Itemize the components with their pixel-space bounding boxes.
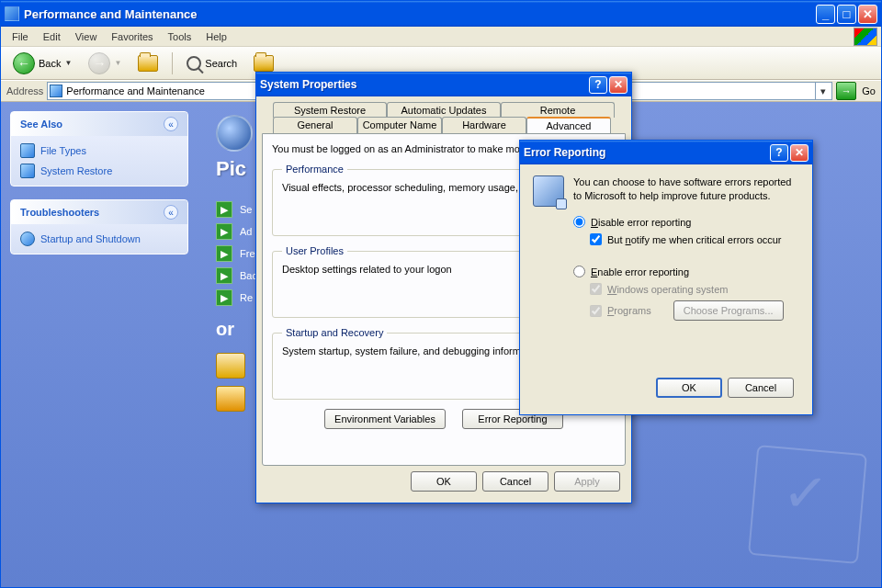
close-button[interactable]: ✕ xyxy=(609,76,628,94)
radio-disable-label: isable error reporting xyxy=(598,217,692,228)
link-startup-shutdown[interactable]: Startup and Shutdown xyxy=(20,232,178,246)
sysprops-titlebar[interactable]: System Properties ? ✕ xyxy=(256,73,631,96)
ok-button[interactable]: OK xyxy=(411,471,477,492)
back-label: Back xyxy=(39,58,61,69)
back-icon: ← xyxy=(13,52,35,74)
window-title: Performance and Maintenance xyxy=(24,7,814,21)
errrep-titlebar[interactable]: Error Reporting ? ✕ xyxy=(520,141,812,164)
ok-button[interactable]: OK xyxy=(656,378,722,398)
errrep-title: Error Reporting xyxy=(524,146,768,159)
maximize-button[interactable]: □ xyxy=(837,5,856,24)
errrep-body: You can choose to have software errors r… xyxy=(520,164,812,414)
arrow-icon: ▶ xyxy=(216,223,232,240)
menu-view[interactable]: View xyxy=(68,29,105,44)
menu-tools[interactable]: Tools xyxy=(161,29,199,44)
minimize-button[interactable]: _ xyxy=(816,5,835,24)
radio-enable-input[interactable] xyxy=(573,266,585,277)
radio-disable-input[interactable] xyxy=(573,216,585,228)
radio-disable[interactable]: Disable error reporting xyxy=(573,216,799,228)
check-notify-input[interactable] xyxy=(590,233,602,245)
go-button[interactable]: → xyxy=(836,82,856,100)
search-label: Search xyxy=(205,58,237,69)
check-windows-os: Windows operating system xyxy=(573,283,799,295)
task-label: Se xyxy=(240,204,252,215)
tab-computer-name[interactable]: Computer Name xyxy=(357,117,442,133)
check-programs: Programs Choose Programs... xyxy=(573,300,799,321)
errrep-desc: You can choose to have software errors r… xyxy=(573,175,799,207)
sidebar: See Also « File Types System Restore Tro… xyxy=(1,102,198,587)
link-system-restore[interactable]: System Restore xyxy=(20,164,178,178)
panel-troubleshooters-title: Troubleshooters xyxy=(20,207,99,218)
errrep-buttons: OK Cancel xyxy=(533,372,799,403)
search-button[interactable]: Search xyxy=(180,52,243,74)
cpl-icon[interactable] xyxy=(216,386,245,412)
menu-edit[interactable]: Edit xyxy=(36,29,68,44)
help-button[interactable]: ? xyxy=(589,76,607,94)
legend-startup: Startup and Recovery xyxy=(282,327,387,338)
app-icon xyxy=(5,6,19,21)
back-drop-icon[interactable]: ▼ xyxy=(64,59,72,67)
legend-performance: Performance xyxy=(282,164,347,175)
tab-hardware[interactable]: Hardware xyxy=(442,117,526,133)
tab-system-restore[interactable]: System Restore xyxy=(273,102,387,118)
link-label: System Restore xyxy=(40,165,112,176)
cancel-button[interactable]: Cancel xyxy=(728,378,794,398)
tab-automatic-updates[interactable]: Automatic Updates xyxy=(387,102,501,118)
category-icon xyxy=(216,115,253,152)
sysprops-title: System Properties xyxy=(260,78,587,91)
file-types-icon xyxy=(20,143,35,158)
help-button[interactable]: ? xyxy=(770,144,788,162)
legend-profiles: User Profiles xyxy=(282,245,347,256)
menu-file[interactable]: File xyxy=(5,29,36,44)
collapse-icon[interactable]: « xyxy=(164,205,178,220)
arrow-icon: ▶ xyxy=(216,267,232,284)
check-windows-os-input xyxy=(590,283,602,295)
panel-seealso-header[interactable]: See Also « xyxy=(11,112,187,136)
panel-seealso: See Also « File Types System Restore xyxy=(10,111,188,187)
panel-troubleshooters: Troubleshooters « Startup and Shutdown xyxy=(10,199,188,254)
arrow-icon: ▶ xyxy=(216,245,232,262)
task-label: Re xyxy=(240,292,253,303)
cancel-button[interactable]: Cancel xyxy=(482,471,548,492)
close-button[interactable]: ✕ xyxy=(858,5,877,24)
folders-icon xyxy=(254,55,274,72)
decor-checkmark-icon xyxy=(748,445,867,564)
address-dropdown-icon[interactable]: ▾ xyxy=(815,83,830,99)
address-label: Address xyxy=(6,85,43,96)
help-icon xyxy=(20,232,35,246)
menu-favorites[interactable]: Favorites xyxy=(104,29,160,44)
panel-seealso-title: See Also xyxy=(20,119,62,130)
close-button[interactable]: ✕ xyxy=(790,144,808,162)
choose-programs-button: Choose Programs... xyxy=(673,300,784,321)
task-label: Ad xyxy=(240,226,252,237)
collapse-icon[interactable]: « xyxy=(164,117,178,131)
up-folder-icon xyxy=(138,55,158,72)
env-vars-button[interactable]: Environment Variables xyxy=(324,409,446,429)
menu-help[interactable]: Help xyxy=(198,29,234,44)
link-label: Startup and Shutdown xyxy=(40,233,141,244)
panel-troubleshooters-header[interactable]: Troubleshooters « xyxy=(11,200,187,224)
error-reporting-dialog: Error Reporting ? ✕ You can choose to ha… xyxy=(519,140,813,415)
apply-button: Apply xyxy=(554,471,620,492)
search-icon xyxy=(187,56,201,71)
check-programs-input xyxy=(590,305,602,317)
tab-remote[interactable]: Remote xyxy=(501,102,615,118)
sysprops-buttons: OK Cancel Apply xyxy=(262,466,626,497)
link-file-types[interactable]: File Types xyxy=(20,143,178,158)
arrow-icon: ▶ xyxy=(216,289,232,306)
go-label: Go xyxy=(862,85,876,96)
forward-drop-icon: ▼ xyxy=(114,59,121,67)
task-label: Fre xyxy=(240,248,255,259)
arrow-icon: ▶ xyxy=(216,201,232,218)
address-icon xyxy=(50,85,62,97)
tab-general[interactable]: General xyxy=(273,117,357,133)
titlebar[interactable]: Performance and Maintenance _ □ ✕ xyxy=(1,1,881,27)
menubar: File Edit View Favorites Tools Help xyxy=(1,27,881,47)
up-button[interactable] xyxy=(131,51,164,75)
back-button[interactable]: ← Back ▼ xyxy=(6,49,78,78)
radio-enable[interactable]: Enable error reporting xyxy=(573,266,799,277)
tab-advanced[interactable]: Advanced xyxy=(526,117,611,133)
link-label: File Types xyxy=(40,145,86,156)
check-notify[interactable]: But notify me when critical errors occur xyxy=(573,233,799,245)
cpl-icon[interactable] xyxy=(216,353,245,379)
